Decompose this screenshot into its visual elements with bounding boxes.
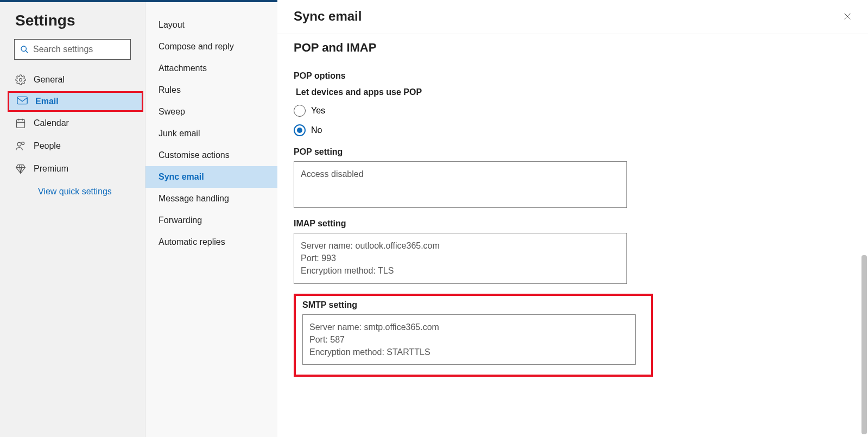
sidebar-item-label: People bbox=[34, 141, 61, 151]
gear-icon bbox=[15, 74, 26, 85]
radio-no[interactable] bbox=[294, 124, 306, 136]
section-pop-imap-title: POP and IMAP bbox=[294, 41, 852, 55]
imap-encryption: Encryption method: TLS bbox=[301, 264, 620, 277]
sidebar-item-calendar[interactable]: Calendar bbox=[0, 112, 145, 135]
radio-yes-label: Yes bbox=[311, 106, 325, 116]
svg-point-2 bbox=[20, 79, 22, 81]
close-icon bbox=[843, 12, 852, 21]
subnav-junk-email[interactable]: Junk email bbox=[145, 123, 277, 144]
scrollbar-thumb[interactable] bbox=[861, 255, 867, 434]
sidebar-item-people[interactable]: People bbox=[0, 135, 145, 157]
sidebar-item-label: Email bbox=[35, 97, 59, 106]
subnav-compose-reply[interactable]: Compose and reply bbox=[145, 36, 277, 58]
radio-no-dot bbox=[297, 128, 302, 133]
sidebar-item-premium[interactable]: Premium bbox=[0, 157, 145, 180]
imap-server: Server name: outlook.office365.com bbox=[301, 239, 620, 252]
radio-no-label: No bbox=[311, 125, 322, 135]
subnav-customise-actions[interactable]: Customise actions bbox=[145, 144, 277, 166]
sidebar-item-label: Premium bbox=[34, 164, 68, 174]
panel-title: Sync email bbox=[294, 9, 841, 24]
settings-detail-panel: Sync email POP and IMAP POP options Let … bbox=[277, 0, 868, 437]
imap-port: Port: 993 bbox=[301, 252, 620, 264]
settings-title: Settings bbox=[0, 10, 145, 39]
subnav-sync-email[interactable]: Sync email bbox=[145, 166, 277, 188]
smtp-port: Port: 587 bbox=[309, 333, 629, 346]
subnav-automatic-replies[interactable]: Automatic replies bbox=[145, 231, 277, 253]
smtp-server: Server name: smtp.office365.com bbox=[309, 321, 629, 333]
smtp-encryption: Encryption method: STARTTLS bbox=[309, 346, 629, 358]
sidebar-item-email[interactable]: Email bbox=[8, 91, 143, 112]
calendar-icon bbox=[15, 118, 26, 129]
sidebar-item-label: General bbox=[34, 75, 65, 85]
settings-primary-sidebar: Settings General Email Calendar People P… bbox=[0, 0, 145, 437]
panel-body: POP and IMAP POP options Let devices and… bbox=[277, 34, 868, 383]
pop-setting-label: POP setting bbox=[294, 147, 852, 157]
radio-yes[interactable] bbox=[294, 105, 306, 117]
svg-rect-3 bbox=[17, 97, 27, 104]
pop-allow-label: Let devices and apps use POP bbox=[294, 87, 852, 97]
subnav-sweep[interactable]: Sweep bbox=[145, 101, 277, 123]
close-button[interactable] bbox=[841, 10, 854, 23]
radio-no-row[interactable]: No bbox=[294, 124, 852, 136]
diamond-icon bbox=[15, 163, 26, 174]
imap-setting-box: Server name: outlook.office365.com Port:… bbox=[294, 233, 627, 284]
people-icon bbox=[15, 141, 26, 151]
mail-icon bbox=[17, 96, 28, 107]
subnav-attachments[interactable]: Attachments bbox=[145, 58, 277, 79]
view-quick-settings-link[interactable]: View quick settings bbox=[0, 180, 145, 203]
panel-header: Sync email bbox=[277, 0, 868, 34]
subnav-rules[interactable]: Rules bbox=[145, 79, 277, 101]
subnav-layout[interactable]: Layout bbox=[145, 14, 277, 36]
subnav-message-handling[interactable]: Message handling bbox=[145, 188, 277, 210]
settings-secondary-sidebar: Layout Compose and reply Attachments Rul… bbox=[145, 0, 277, 437]
imap-setting-label: IMAP setting bbox=[294, 219, 852, 229]
smtp-setting-box: Server name: smtp.office365.com Port: 58… bbox=[302, 314, 636, 365]
svg-rect-4 bbox=[17, 119, 25, 128]
svg-point-9 bbox=[22, 142, 24, 145]
smtp-highlight-box: SMTP setting Server name: smtp.office365… bbox=[294, 294, 653, 377]
pop-setting-value: Access disabled bbox=[301, 168, 620, 180]
svg-point-0 bbox=[21, 46, 26, 51]
subnav-forwarding[interactable]: Forwarding bbox=[145, 210, 277, 231]
pop-setting-box: Access disabled bbox=[294, 161, 627, 208]
smtp-setting-label: SMTP setting bbox=[302, 300, 644, 310]
search-settings-wrapper[interactable] bbox=[14, 39, 131, 60]
svg-line-1 bbox=[26, 50, 28, 53]
sidebar-item-label: Calendar bbox=[34, 118, 69, 128]
pop-options-heading: POP options bbox=[294, 71, 852, 81]
radio-yes-row[interactable]: Yes bbox=[294, 105, 852, 117]
svg-point-8 bbox=[17, 142, 21, 146]
search-icon bbox=[20, 45, 29, 54]
sidebar-item-general[interactable]: General bbox=[0, 68, 145, 91]
search-settings-input[interactable] bbox=[29, 45, 125, 54]
